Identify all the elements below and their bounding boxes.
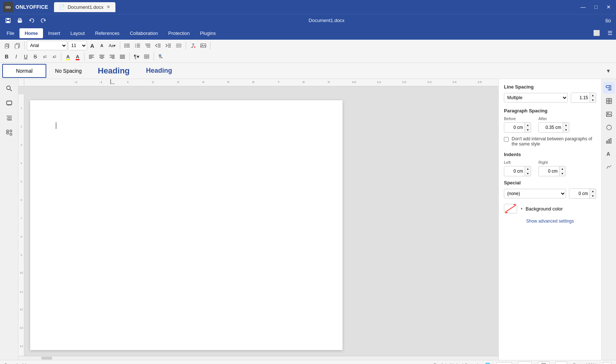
image-panel-button[interactable]	[603, 108, 615, 120]
styles-more-button[interactable]: ▼	[603, 66, 614, 75]
subscript-button[interactable]: x2	[50, 51, 59, 62]
line-spacing-type-select[interactable]: Multiple Single 1.5 lines Double At leas…	[504, 93, 568, 102]
signature-panel-button[interactable]	[603, 161, 615, 173]
line-spacing-up-button[interactable]: ▲	[590, 93, 596, 98]
undo-button[interactable]	[27, 16, 36, 25]
save-button[interactable]	[4, 16, 12, 25]
line-spacing-button[interactable]	[174, 40, 183, 51]
toc-sidebar-button[interactable]	[3, 111, 16, 125]
print-button[interactable]	[15, 16, 24, 25]
app-logo[interactable]: OO ONLYOFFICE	[3, 2, 48, 12]
numbering-button[interactable]: 1.2.3.	[133, 40, 142, 51]
insert-picture-button[interactable]	[198, 40, 208, 51]
close-button[interactable]: ✕	[604, 3, 613, 11]
right-indent-input[interactable]	[539, 166, 559, 176]
font-shrink-button[interactable]: A	[97, 40, 106, 51]
font-color-button[interactable]: A	[73, 51, 82, 62]
after-spacing-up-button[interactable]: ▲	[563, 123, 569, 127]
style-no-spacing[interactable]: No Spacing	[46, 64, 90, 78]
before-spacing-down-button[interactable]: ▼	[525, 127, 531, 132]
maximize-button[interactable]: □	[592, 3, 600, 11]
menu-insert[interactable]: Insert	[43, 28, 65, 38]
special-select[interactable]: (none) First line Hanging	[504, 189, 566, 198]
close-tab-button[interactable]: ✕	[107, 4, 110, 10]
before-spacing-input[interactable]	[504, 123, 524, 132]
right-indent-up-button[interactable]: ▲	[559, 166, 565, 171]
before-spacing-up-button[interactable]: ▲	[525, 123, 531, 127]
format-painter-button[interactable]	[156, 51, 166, 62]
menu-plugins[interactable]: Plugins	[195, 28, 221, 38]
menu-collaboration[interactable]: Collaboration	[125, 28, 163, 38]
dont-add-interval-checkbox[interactable]	[504, 137, 509, 142]
zoom-in-button[interactable]: +	[603, 362, 612, 364]
left-indent-down-button[interactable]: ▼	[525, 171, 531, 176]
paragraph-marks-button[interactable]: ¶▾	[132, 51, 141, 62]
bullets-button[interactable]	[122, 40, 132, 51]
shape-panel-button[interactable]	[603, 122, 615, 133]
align-left-button[interactable]	[87, 51, 96, 62]
multilevel-list-button[interactable]	[143, 40, 153, 51]
document-page[interactable]	[30, 100, 343, 350]
clear-formatting-button[interactable]	[188, 40, 198, 51]
background-color-swatch[interactable]	[504, 204, 517, 213]
special-up-button[interactable]: ▲	[590, 189, 596, 194]
highlight-color-button[interactable]: A	[64, 51, 72, 62]
superscript-button[interactable]: x2	[40, 51, 49, 62]
text-art-panel-button[interactable]: A	[603, 148, 615, 160]
paste-button[interactable]	[2, 40, 12, 51]
page-container[interactable]	[24, 94, 498, 356]
style-heading2[interactable]: Heading	[137, 64, 181, 78]
redo-button[interactable]	[39, 16, 48, 25]
menu-home[interactable]: Home	[19, 28, 43, 38]
align-center-button[interactable]	[97, 51, 107, 62]
line-spacing-value-input[interactable]	[571, 93, 590, 102]
left-indent-input[interactable]	[504, 166, 524, 176]
line-spacing-down-button[interactable]: ▼	[590, 98, 596, 102]
minimize-button[interactable]: —	[579, 3, 588, 11]
after-spacing-down-button[interactable]: ▼	[563, 127, 569, 132]
justify-button[interactable]	[118, 51, 127, 62]
fit-width-button[interactable]	[555, 361, 567, 364]
shading-button[interactable]	[142, 51, 151, 62]
spell-check-button[interactable]: ABC	[497, 362, 512, 364]
underline-button[interactable]: U	[21, 51, 30, 62]
paragraph-panel-button[interactable]	[603, 82, 615, 94]
search-sidebar-button[interactable]	[3, 82, 16, 95]
increase-indent-button[interactable]	[164, 40, 173, 51]
plugins-sidebar-button[interactable]	[3, 126, 16, 139]
change-case-button[interactable]: Aa▾	[107, 40, 118, 51]
align-right-button[interactable]	[107, 51, 117, 62]
menu-file[interactable]: File	[1, 28, 19, 38]
special-down-button[interactable]: ▼	[590, 194, 596, 198]
right-indent-down-button[interactable]: ▼	[559, 171, 565, 176]
comments-sidebar-button[interactable]	[3, 97, 16, 110]
strikethrough-button[interactable]: S	[31, 51, 40, 62]
background-color-dropdown[interactable]: ▾	[521, 207, 523, 210]
font-size-select[interactable]: 11	[68, 41, 87, 50]
left-indent-up-button[interactable]: ▲	[525, 166, 531, 171]
show-advanced-settings-link[interactable]: Show advanced settings	[504, 219, 596, 224]
after-spacing-input[interactable]	[539, 123, 563, 132]
fit-page-button[interactable]	[538, 361, 549, 364]
chart-panel-button[interactable]	[603, 135, 615, 147]
special-value-input[interactable]	[569, 189, 590, 198]
style-heading1[interactable]: Heading	[90, 64, 137, 78]
menu-more-button[interactable]: ☰	[605, 28, 615, 38]
italic-button[interactable]: I	[12, 51, 21, 62]
decrease-indent-button[interactable]	[153, 40, 163, 51]
language-label[interactable]: English (United States)	[433, 363, 479, 364]
font-name-select[interactable]: Arial	[27, 41, 67, 50]
language-icon[interactable]: 🌐	[484, 363, 491, 364]
horizontal-scrollbar[interactable]	[18, 356, 498, 360]
document-tab[interactable]: 📄 Document1.docx ✕	[54, 2, 115, 12]
font-grow-button[interactable]: A	[88, 40, 97, 51]
document-area[interactable]: -2 -1 1 2 3 4 5 6 7 8 9 10 11 12 13 14 1	[18, 79, 498, 360]
style-normal[interactable]: Normal	[2, 64, 46, 78]
track-changes-button[interactable]	[518, 361, 532, 364]
table-panel-button[interactable]	[603, 95, 615, 107]
bold-button[interactable]: B	[2, 51, 11, 62]
open-location-button[interactable]: ⬜	[591, 28, 602, 38]
copy-button[interactable]	[12, 40, 22, 51]
menu-layout[interactable]: Layout	[65, 28, 90, 38]
menu-protection[interactable]: Protection	[163, 28, 195, 38]
